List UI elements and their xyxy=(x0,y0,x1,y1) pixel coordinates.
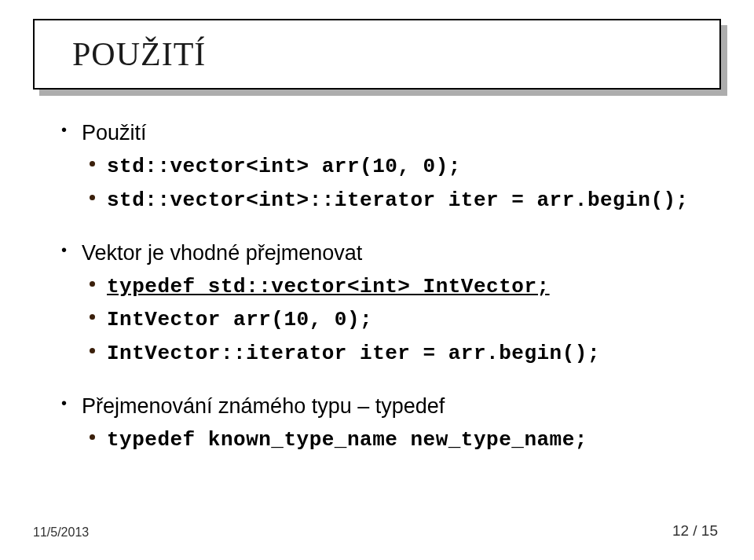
bullet-heading: Vektor je vhodné přejmenovat xyxy=(61,238,705,269)
code-text: IntVector arr(10, 0); xyxy=(107,308,372,331)
bullet-heading: Přejmenování známého typu – typedef xyxy=(61,391,705,422)
block-2: Vektor je vhodné přejmenovat typedef std… xyxy=(61,238,705,369)
code-text: std::vector<int> arr(10, 0); xyxy=(107,155,461,178)
title-box: POUŽITÍ xyxy=(33,19,721,90)
code-line: std::vector<int> arr(10, 0); xyxy=(90,150,705,182)
bullet-heading: Použití xyxy=(61,118,705,148)
bullet-heading-text: Přejmenování známého typu – typedef xyxy=(82,394,445,418)
block-3: Přejmenování známého typu – typedef type… xyxy=(61,391,705,456)
code-text: std::vector<int>::iterator iter = arr.be… xyxy=(107,188,689,212)
code-line: typedef std::vector<int> IntVector; xyxy=(90,270,705,302)
code-line: typedef known_type_name new_type_name; xyxy=(90,423,705,456)
slide: POUŽITÍ Použití std::vector<int> arr(10,… xyxy=(0,0,754,560)
bullet-heading-text: Vektor je vhodné přejmenovat xyxy=(82,241,362,265)
bullet-heading-text: Použití xyxy=(82,121,147,145)
code-text: IntVector::iterator iter = arr.begin(); xyxy=(107,342,600,365)
code-text: typedef known_type_name new_type_name; xyxy=(107,428,587,452)
code-line: IntVector::iterator iter = arr.begin(); xyxy=(90,337,705,369)
slide-content: Použití std::vector<int> arr(10, 0); std… xyxy=(61,118,705,478)
code-line: IntVector arr(10, 0); xyxy=(90,303,705,335)
block-1: Použití std::vector<int> arr(10, 0); std… xyxy=(61,118,705,216)
footer-date: 11/5/2013 xyxy=(33,525,89,540)
code-text-underlined: typedef std::vector<int> IntVector; xyxy=(107,275,550,298)
code-line: std::vector<int>::iterator iter = arr.be… xyxy=(90,184,705,216)
footer-page: 12 / 15 xyxy=(672,522,718,540)
slide-title: POUŽITÍ xyxy=(72,35,206,73)
